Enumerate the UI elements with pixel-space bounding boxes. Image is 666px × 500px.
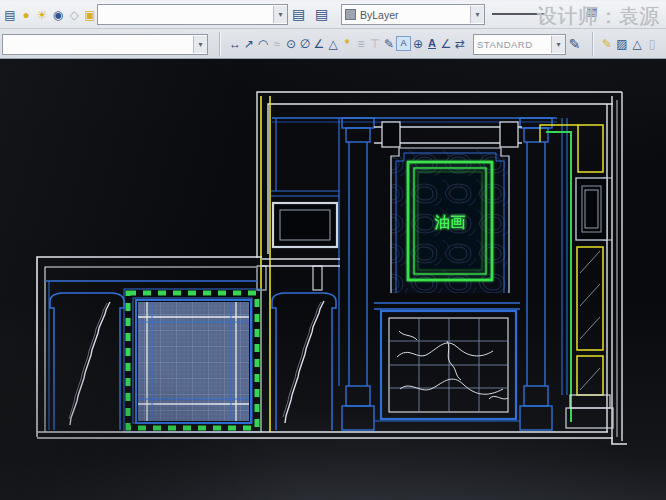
layer-dropdown[interactable]: ▾ [97, 4, 288, 25]
sketch-pencil-icon[interactable]: ✎ [600, 34, 614, 53]
text-style-icon[interactable]: A [425, 34, 439, 53]
layer-freeze-icon[interactable]: ◇ [67, 5, 81, 24]
color-swatch-icon [345, 9, 356, 20]
quick-dimension-icon[interactable]: * [340, 34, 354, 53]
screenshot-stage: ▤ ● ☀ ◉ ◇ ▣ □ · ▾ ▤ ▤ ByLayer ▾ [0, 0, 666, 500]
marble-panel [381, 311, 516, 419]
match-properties-icon[interactable]: ▨ [615, 34, 629, 53]
screen-edge [0, 0, 666, 2]
model-space: 油画 [0, 58, 666, 500]
painting-frame: 油画 [408, 162, 492, 280]
color-dropdown-value: ByLayer [360, 9, 399, 21]
dimstyle-dropdown[interactable]: STANDARD ▾ [473, 34, 566, 55]
layer-walk-icon[interactable]: ▣ [83, 5, 97, 24]
radius-dimension-icon[interactable]: ⊙ [284, 34, 298, 53]
aligned-dimension-icon[interactable]: ↗ [242, 34, 256, 53]
oblique-icon[interactable]: ∠ [439, 34, 453, 53]
layer-bulb-icon[interactable]: ● [19, 5, 33, 24]
arch-left [50, 293, 124, 430]
left-wall-panel [271, 118, 339, 386]
curtain-line [285, 301, 324, 423]
dado-rail [374, 303, 520, 421]
continue-dimension-icon[interactable]: ⊤ [368, 34, 382, 53]
jogged-dimension-icon[interactable]: ≈ [270, 34, 284, 53]
toolbar-separator [592, 32, 594, 56]
baseline-dimension-icon[interactable]: ≡ [354, 34, 368, 53]
center-mark-icon[interactable]: ⊕ [411, 34, 425, 53]
modify-tools-group: ✎ ▨ △ ▯ [600, 34, 659, 53]
floor-line [37, 432, 627, 444]
color-dropdown[interactable]: ByLayer ▾ [341, 4, 485, 25]
dimension-text-edit-icon[interactable]: A [396, 36, 411, 51]
chevron-down-icon[interactable]: ▾ [551, 36, 565, 53]
drawing-canvas[interactable]: 油画 [0, 58, 666, 500]
grid-panel [124, 289, 261, 432]
dimension-tools-group: ↔ ↗ ◠ ≈ ⊙ ∅ ∠ △ * ≡ ⊤ ✎ A ⊕ A ∠ ⇄ [228, 34, 467, 53]
painting-label: 油画 [434, 213, 466, 230]
layer-lock-icon[interactable]: ◉ [51, 5, 65, 24]
partial-tool-icon[interactable]: ▯ [645, 34, 659, 53]
chevron-down-icon[interactable]: ▾ [193, 36, 207, 53]
pilaster-left [342, 118, 374, 430]
tolerance-icon[interactable]: △ [326, 34, 340, 53]
designer-watermark: 设计师：袁源 [537, 3, 660, 30]
chevron-down-icon[interactable]: ▾ [470, 6, 484, 23]
layer-previous-icon[interactable]: ▤ [290, 4, 307, 23]
layer-sun-icon[interactable]: ☀ [35, 5, 49, 24]
flip-arrow-icon[interactable]: ⇄ [453, 34, 467, 53]
chevron-down-icon[interactable]: ▾ [273, 6, 287, 23]
layer-properties-icon[interactable]: ▤ [3, 5, 17, 24]
dimension-edit-icon[interactable]: ✎ [382, 34, 396, 53]
dimension-toolbar: ▾ ↔ ↗ ◠ ≈ ⊙ ∅ ∠ △ * ≡ ⊤ ✎ A ⊕ A ∠ ⇄ [0, 28, 666, 59]
side-return-panel [540, 118, 613, 428]
curtain-line [70, 302, 110, 425]
dimension-update-icon[interactable]: ✎ [566, 34, 583, 53]
arch-right [272, 293, 336, 430]
diameter-dimension-icon[interactable]: ∅ [298, 34, 312, 53]
dimstyle-dropdown-value: STANDARD [477, 39, 533, 50]
angular-dimension-icon[interactable]: ∠ [312, 34, 326, 53]
hatch-icon[interactable]: △ [630, 34, 644, 53]
top-rail [374, 122, 522, 147]
arc-length-dimension-icon[interactable]: ◠ [256, 34, 270, 53]
style-dropdown[interactable]: ▾ [2, 34, 208, 55]
layer-state-group: ▤ ▤ [290, 4, 330, 23]
layer-states-icon[interactable]: ▤ [313, 4, 330, 23]
toolbar-separator [219, 32, 221, 56]
tv-niche [273, 203, 337, 247]
pilaster-right [520, 118, 552, 430]
linear-dimension-icon[interactable]: ↔ [228, 34, 242, 53]
